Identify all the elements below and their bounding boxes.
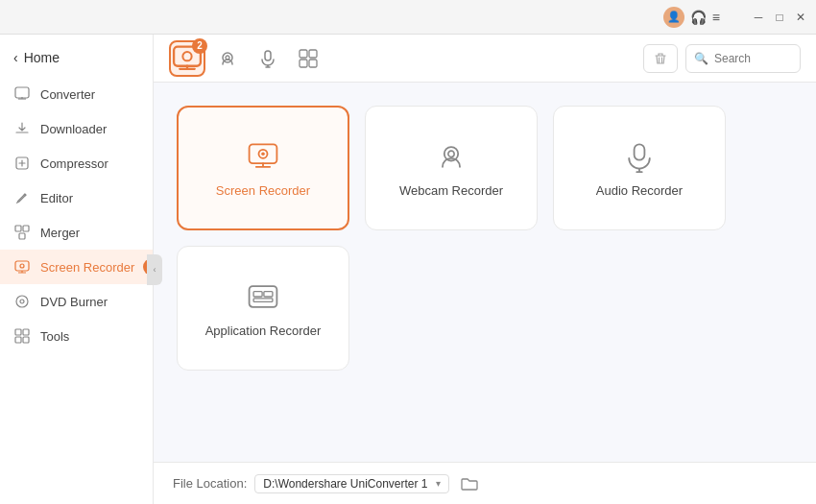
sidebar-item-converter[interactable]: Converter <box>0 77 153 111</box>
svg-rect-17 <box>265 51 271 60</box>
dropdown-arrow-icon: ▾ <box>436 478 441 489</box>
downloader-icon <box>13 120 31 137</box>
tools-icon <box>13 327 31 345</box>
delete-button[interactable] <box>643 44 678 73</box>
svg-rect-27 <box>635 144 645 159</box>
svg-rect-9 <box>15 329 21 335</box>
sidebar-collapse-handle[interactable]: ‹ <box>147 254 162 285</box>
tab-screen[interactable]: 2 <box>169 40 205 77</box>
screen-recorder-label: Screen Recorder <box>40 260 134 275</box>
tab-webcam[interactable] <box>209 40 246 77</box>
audio-recorder-card[interactable]: Audio Recorder <box>553 106 726 230</box>
audio-recorder-card-label: Audio Recorder <box>596 183 683 198</box>
sidebar-item-dvd-burner[interactable]: DVD Burner <box>0 284 153 319</box>
converter-label: Converter <box>40 87 95 102</box>
svg-rect-3 <box>23 226 29 231</box>
tools-label: Tools <box>40 329 69 344</box>
headphone-icon[interactable]: 🎧 <box>690 10 707 25</box>
user-avatar[interactable]: 👤 <box>663 7 684 28</box>
svg-point-8 <box>20 300 24 303</box>
svg-rect-2 <box>15 226 21 231</box>
home-label: Home <box>24 50 60 65</box>
titlebar-controls: 👤 🎧 ≡ ─ □ ✕ <box>663 7 808 28</box>
webcam-recorder-card-label: Webcam Recorder <box>399 183 503 198</box>
screen-recorder-icon <box>13 258 31 276</box>
app-body: ‹ Home Converter Downloader <box>0 35 816 504</box>
svg-point-14 <box>182 52 191 60</box>
app-recorder-card[interactable]: Application Recorder <box>177 246 349 371</box>
dvd-burner-icon <box>13 293 31 310</box>
file-path-value: D:\Wondershare UniConverter 1 <box>263 477 427 491</box>
file-location-label: File Location: <box>173 476 247 491</box>
svg-rect-19 <box>309 50 317 58</box>
maximize-button[interactable]: □ <box>772 10 787 25</box>
main-content: 2 <box>154 35 816 504</box>
screen-recorder-card[interactable]: Screen Recorder <box>177 106 349 230</box>
sidebar-item-downloader[interactable]: Downloader <box>0 111 153 146</box>
svg-rect-0 <box>15 87 29 98</box>
compressor-icon <box>13 155 31 172</box>
footer: File Location: D:\Wondershare UniConvert… <box>154 462 816 504</box>
svg-rect-29 <box>253 291 262 296</box>
toolbar-search-area: 🔍 <box>643 44 801 73</box>
svg-rect-21 <box>309 60 317 67</box>
svg-point-7 <box>16 296 28 307</box>
toolbar: 2 <box>154 35 816 83</box>
svg-rect-4 <box>19 233 25 239</box>
sidebar-item-merger[interactable]: Merger <box>0 215 153 250</box>
svg-rect-10 <box>23 329 29 335</box>
sidebar-item-tools[interactable]: Tools <box>0 319 153 353</box>
file-path-select[interactable]: D:\Wondershare UniConverter 1 ▾ <box>254 474 448 493</box>
search-icon: 🔍 <box>694 52 708 65</box>
app-recorder-card-label: Application Recorder <box>205 324 322 338</box>
screen-recorder-card-label: Screen Recorder <box>216 183 310 198</box>
downloader-label: Downloader <box>40 122 107 136</box>
menu-icon[interactable]: ≡ <box>712 10 720 25</box>
tab-audio[interactable] <box>250 40 286 77</box>
webcam-recorder-card[interactable]: Webcam Recorder <box>365 106 538 230</box>
compressor-label: Compressor <box>40 156 108 171</box>
sidebar: ‹ Home Converter Downloader <box>0 35 154 504</box>
sidebar-home[interactable]: ‹ Home <box>0 42 153 77</box>
search-input[interactable] <box>714 52 792 65</box>
sidebar-item-screen-recorder[interactable]: Screen Recorder 1 <box>0 250 153 284</box>
editor-icon <box>13 189 31 206</box>
editor-label: Editor <box>40 191 73 205</box>
merger-icon <box>13 224 31 241</box>
svg-rect-30 <box>264 291 273 296</box>
tab-apps[interactable] <box>290 40 326 77</box>
svg-rect-11 <box>15 337 21 343</box>
merger-label: Merger <box>40 226 80 240</box>
open-folder-button[interactable] <box>457 471 482 496</box>
svg-point-24 <box>261 152 265 156</box>
svg-rect-12 <box>23 337 29 343</box>
search-box: 🔍 <box>685 44 801 73</box>
close-button[interactable]: ✕ <box>793 10 808 25</box>
titlebar: 👤 🎧 ≡ ─ □ ✕ <box>0 0 816 35</box>
svg-rect-18 <box>300 50 307 58</box>
svg-point-6 <box>20 264 24 268</box>
recorder-grid: Screen Recorder Webcam Recorder Audio <box>154 83 816 462</box>
dvd-burner-label: DVD Burner <box>40 295 108 309</box>
svg-point-26 <box>448 151 454 156</box>
sidebar-item-compressor[interactable]: Compressor <box>0 146 153 180</box>
toolbar-tab-badge: 2 <box>192 38 207 54</box>
chevron-left-icon: ‹ <box>13 50 18 65</box>
svg-rect-31 <box>253 298 273 301</box>
minimize-button[interactable]: ─ <box>751 10 766 25</box>
sidebar-item-editor[interactable]: Editor <box>0 180 153 215</box>
svg-rect-5 <box>15 261 29 271</box>
svg-rect-20 <box>300 60 307 67</box>
converter-icon <box>13 85 31 103</box>
